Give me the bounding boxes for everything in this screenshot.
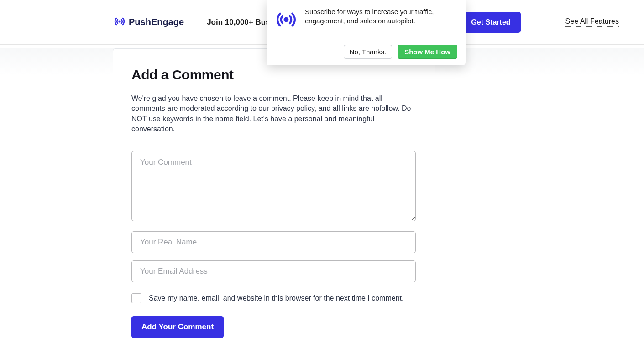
brand-name: PushEngage (129, 17, 184, 27)
comment-note: We're glad you have chosen to leave a co… (131, 93, 416, 135)
popup-accept-button[interactable]: Show Me How (398, 45, 457, 59)
add-comment-button[interactable]: Add Your Comment (131, 316, 224, 338)
name-input[interactable] (131, 231, 416, 253)
comment-title: Add a Comment (131, 67, 416, 83)
comment-textarea[interactable] (131, 151, 416, 221)
popup-decline-button[interactable]: No, Thanks. (344, 45, 393, 59)
svg-point-0 (118, 20, 120, 22)
popup-message: Subscribe for ways to increase your traf… (305, 7, 457, 26)
get-started-button[interactable]: Get Started (461, 12, 520, 33)
brand-logo[interactable]: PushEngage (113, 15, 184, 30)
save-info-label: Save my name, email, and website in this… (149, 294, 403, 302)
broadcast-icon (275, 8, 298, 33)
save-info-row: Save my name, email, and website in this… (131, 293, 416, 303)
page-body: Add a Comment We're glad you have chosen… (0, 48, 644, 348)
email-input[interactable] (131, 260, 416, 282)
svg-point-1 (284, 17, 289, 22)
broadcast-icon (113, 15, 126, 30)
see-all-features-link[interactable]: See All Features (565, 17, 619, 27)
subscribe-popup: Subscribe for ways to increase your traf… (267, 0, 466, 65)
tagline-prefix: Join (207, 18, 225, 26)
save-info-checkbox[interactable] (131, 293, 141, 303)
comment-card: Add a Comment We're glad you have chosen… (113, 48, 435, 348)
